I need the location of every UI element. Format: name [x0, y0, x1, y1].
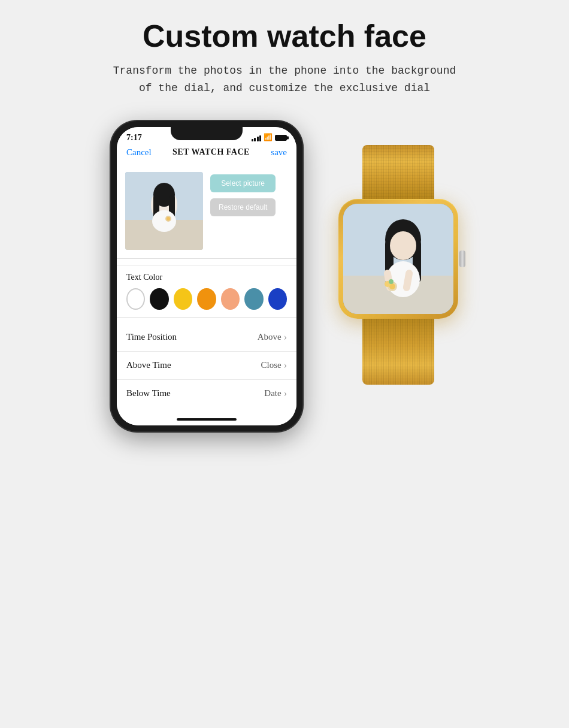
time-position-text: Above	[258, 332, 282, 342]
signal-bar-1	[252, 139, 253, 141]
below-time-chevron-icon: ›	[284, 388, 287, 399]
phone-app-header: Cancel SET WATCH FACE save	[117, 145, 296, 164]
color-swatches	[126, 288, 287, 310]
time-position-chevron-icon: ›	[284, 332, 287, 343]
color-swatch-blue[interactable]	[268, 288, 287, 310]
preview-section: Select picture Restore default	[117, 164, 296, 259]
smartwatch-mockup	[338, 145, 458, 385]
watch-case	[338, 199, 458, 319]
band-mesh-top	[362, 145, 434, 199]
above-time-value: Close ›	[261, 360, 287, 371]
phone-status-icons: 📶	[252, 133, 287, 142]
page-subtitle: Transform the photos in the phone into t…	[113, 62, 456, 97]
svg-point-15	[390, 231, 416, 260]
watch-crown-button	[459, 250, 465, 267]
restore-default-button[interactable]: Restore default	[210, 198, 276, 216]
settings-section: Time Position Above › Above Time Close ›…	[117, 324, 296, 407]
color-swatch-teal[interactable]	[244, 288, 263, 310]
color-swatch-black[interactable]	[150, 288, 168, 310]
watch-screen-image	[343, 204, 453, 314]
phone-screen: 7:17 📶 Cancel SET WATCH FACE save	[117, 127, 296, 425]
above-time-label: Above Time	[126, 360, 171, 370]
watch-display-illustration	[343, 204, 453, 314]
signal-bar-2	[254, 138, 256, 141]
battery-icon	[275, 135, 287, 141]
watch-band-bottom	[362, 319, 434, 385]
devices-row: 7:17 📶 Cancel SET WATCH FACE save	[24, 121, 545, 431]
phone-notch	[171, 127, 243, 140]
below-time-text: Date	[264, 388, 281, 398]
color-swatch-white[interactable]	[126, 288, 145, 310]
time-position-row[interactable]: Time Position Above ›	[117, 324, 296, 352]
phone-home-indicator	[177, 418, 237, 421]
color-swatch-peach[interactable]	[221, 288, 240, 310]
preview-buttons: Select picture Restore default	[210, 172, 276, 216]
time-position-value: Above ›	[258, 332, 287, 343]
select-picture-button[interactable]: Select picture	[210, 174, 276, 192]
below-time-label: Below Time	[126, 388, 171, 398]
preview-image	[125, 172, 203, 250]
preview-person-illustration	[125, 172, 203, 250]
save-button[interactable]: save	[271, 147, 287, 158]
watch-screen	[343, 204, 453, 314]
signal-bars-icon	[252, 134, 262, 141]
band-mesh-bottom	[362, 319, 434, 385]
wifi-icon: 📶	[264, 133, 273, 142]
time-position-label: Time Position	[126, 332, 177, 342]
phone-notch-bar: 7:17 📶	[117, 127, 296, 145]
text-color-section: Text Color	[117, 265, 296, 318]
text-color-label: Text Color	[126, 273, 287, 282]
color-swatch-orange[interactable]	[197, 288, 216, 310]
above-time-text: Close	[261, 360, 282, 370]
signal-bar-3	[257, 137, 259, 141]
phone-time: 7:17	[126, 133, 142, 143]
color-swatch-yellow[interactable]	[174, 288, 192, 310]
phone-bottom-bar	[117, 413, 296, 425]
phone-mockup: 7:17 📶 Cancel SET WATCH FACE save	[111, 121, 302, 431]
page-title: Custom watch face	[143, 18, 426, 54]
set-watch-face-title: SET WATCH FACE	[172, 147, 250, 157]
cancel-button[interactable]: Cancel	[126, 147, 152, 158]
watch-band-top	[362, 145, 434, 199]
signal-bar-4	[259, 135, 261, 141]
svg-point-6	[152, 210, 176, 232]
below-time-value: Date ›	[264, 388, 287, 399]
svg-point-22	[389, 279, 394, 284]
above-time-row[interactable]: Above Time Close ›	[117, 352, 296, 380]
below-time-row[interactable]: Below Time Date ›	[117, 380, 296, 407]
above-time-chevron-icon: ›	[284, 360, 287, 371]
svg-point-8	[167, 217, 170, 220]
